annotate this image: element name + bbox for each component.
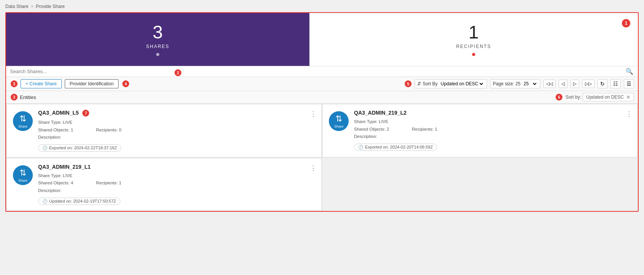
shares-dot xyxy=(156,53,159,56)
sort-icon: ⇵ xyxy=(417,81,421,86)
card-body-2: QA3_ADMIN_219_L2 Share Type: LIVE Shared… xyxy=(354,110,631,152)
card-badge-1: 7 xyxy=(82,110,89,117)
sub-toolbar: 3 Entities 6 Sort by: Updated on DESC ✕ xyxy=(6,91,638,104)
main-container: 3 SHARES 1 1 RECIPIENTS 🔍 2 3 + Create S… xyxy=(5,12,639,212)
share-type-1: Share Type: LIVE xyxy=(38,119,315,126)
stats-bar: 3 SHARES 1 1 RECIPIENTS xyxy=(6,13,638,66)
search-icon[interactable]: 🔍 xyxy=(626,68,633,75)
shares-label: SHARES xyxy=(146,44,169,49)
search-input[interactable] xyxy=(10,69,634,74)
description-1: Description: xyxy=(38,134,315,141)
table-view-button[interactable]: ☰ xyxy=(624,79,634,88)
sort-tag-pill: Updated on DESC ✕ xyxy=(583,93,634,101)
avatar-label-3: Share xyxy=(18,179,27,182)
timestamp-text-3: Updated on: 2024-02-19T17:50:57Z xyxy=(49,199,116,203)
description-3: Description: xyxy=(38,187,315,195)
recipients-label: RECIPIENTS xyxy=(456,44,491,49)
share-icon-2: ⇅ xyxy=(335,114,342,124)
card-meta-1: Share Type: LIVE Shared Objects: 1 Recip… xyxy=(38,119,315,141)
timestamp-text-2: Exported on: 2024-02-20T14:06:59Z xyxy=(365,145,433,149)
card-title-3: QA3_ADMIN_219_L1 xyxy=(38,164,315,170)
card-meta-row-2: Shared Objects: 2 Recipients: 1 xyxy=(354,126,631,133)
search-badge: 2 xyxy=(175,69,181,76)
card-title-2: QA3_ADMIN_219_L2 xyxy=(354,110,631,116)
card-more-menu-2[interactable]: ⋮ xyxy=(626,110,633,118)
card-avatar-3: ⇅ Share xyxy=(13,165,33,185)
card-timestamp-3: 🕐 Updated on: 2024-02-19T17:50:57Z xyxy=(38,198,120,205)
card-meta-3: Share Type: LIVE Shared Objects: 4 Recip… xyxy=(38,172,315,195)
recipients-panel: 1 1 RECIPIENTS xyxy=(309,13,638,66)
badge-5: 5 xyxy=(405,80,412,87)
shared-objects-3: Shared Objects: 4 xyxy=(38,179,73,187)
sort-by-label: Sort by: xyxy=(566,94,581,100)
shared-objects-2: Shared Objects: 2 xyxy=(354,126,389,133)
card-timestamp-1: 🕐 Exported on: 2024-02-22T18:37:16Z xyxy=(38,144,121,152)
share-icon-3: ⇅ xyxy=(19,168,26,178)
card-body-3: QA3_ADMIN_219_L1 Share Type: LIVE Shared… xyxy=(38,164,315,205)
shares-panel: 3 SHARES xyxy=(6,13,309,66)
shares-count: 3 xyxy=(153,23,163,42)
avatar-label-1: Share xyxy=(18,125,27,128)
provider-identification-button[interactable]: Provider Identification xyxy=(65,79,119,88)
card-avatar-1: ⇅ Share xyxy=(13,111,33,131)
card-meta-2: Share Type: LIVE Shared Objects: 2 Recip… xyxy=(354,118,631,141)
share-card-3: ⇅ Share QA3_ADMIN_219_L1 Share Type: LIV… xyxy=(6,158,322,211)
description-2: Description: xyxy=(354,133,631,141)
badge-6: 6 xyxy=(556,94,562,101)
recipients-dot xyxy=(472,53,475,56)
last-page-button[interactable]: ▷▷ xyxy=(582,80,594,88)
card-timestamp-2: 🕐 Exported on: 2024-02-20T14:06:59Z xyxy=(354,144,437,151)
timestamp-text-1: Exported on: 2024-02-22T18:37:16Z xyxy=(49,145,117,150)
sort-select[interactable]: Updated on DESC Updated on ASC Name ASC … xyxy=(439,81,484,87)
badge-4: 4 xyxy=(122,80,129,87)
share-type-3: Share Type: LIVE xyxy=(38,172,315,180)
card-meta-row-1: Shared Objects: 1 Recipients: 0 xyxy=(38,126,315,134)
next-page-button[interactable]: ▷ xyxy=(570,80,579,88)
card-avatar-2: ⇅ Share xyxy=(329,111,349,131)
card-title-1: QA3_ADMIN_L5 7 xyxy=(38,110,315,117)
card-more-menu-3[interactable]: ⋮ xyxy=(310,164,317,172)
entities-title: Entities xyxy=(20,94,36,100)
share-icon-1: ⇅ xyxy=(19,114,26,124)
cards-grid: ⇅ Share QA3_ADMIN_L5 7 Share Type: LIVE … xyxy=(6,104,638,211)
sort-label: Sort By xyxy=(423,81,437,86)
shared-objects-1: Shared Objects: 1 xyxy=(38,126,73,134)
search-row: 🔍 2 xyxy=(6,66,638,77)
card-view-button[interactable]: ☷ xyxy=(610,79,621,88)
badge-3: 3 xyxy=(11,80,18,87)
breadcrumb-separator: > xyxy=(31,4,34,9)
first-page-button[interactable]: ◁◁ xyxy=(543,80,556,88)
create-share-button[interactable]: + Create Share xyxy=(21,79,62,88)
recipients-3: Recipients: 1 xyxy=(96,179,121,187)
card-body-1: QA3_ADMIN_L5 7 Share Type: LIVE Shared O… xyxy=(38,110,315,152)
empty-card-slot xyxy=(322,158,638,211)
card-meta-row-3: Shared Objects: 4 Recipients: 1 xyxy=(38,179,315,187)
breadcrumb-current: Provide Share xyxy=(36,4,65,9)
clock-icon-3: 🕐 xyxy=(42,199,48,204)
sort-by-control: ⇵ Sort By Updated on DESC Updated on ASC… xyxy=(415,79,487,88)
page-size-control: Page size: 25 25 50 100 xyxy=(490,79,540,88)
recipients-1: Recipients: 0 xyxy=(96,126,121,134)
recipients-2: Recipients: 1 xyxy=(412,126,437,133)
recipients-badge: 1 xyxy=(622,19,630,27)
refresh-button[interactable]: ↻ xyxy=(598,79,607,88)
page-size-select[interactable]: 25 50 100 xyxy=(522,81,538,87)
breadcrumb-parent[interactable]: Data Share xyxy=(5,4,29,9)
sort-tag: Sort by: Updated on DESC ✕ xyxy=(566,93,634,101)
share-card-2: ⇅ Share QA3_ADMIN_219_L2 Share Type: LIV… xyxy=(322,104,638,157)
toolbar-row: 3 + Create Share Provider Identification… xyxy=(6,77,638,91)
clock-icon-2: 🕐 xyxy=(358,145,364,150)
share-card-1: ⇅ Share QA3_ADMIN_L5 7 Share Type: LIVE … xyxy=(6,104,322,157)
prev-page-button[interactable]: ◁ xyxy=(559,80,567,88)
recipients-count: 1 xyxy=(469,23,479,42)
share-type-2: Share Type: LIVE xyxy=(354,118,631,126)
avatar-label-2: Share xyxy=(334,125,343,128)
card-more-menu-1[interactable]: ⋮ xyxy=(310,110,317,118)
sort-tag-close-button[interactable]: ✕ xyxy=(626,94,631,100)
badge-3-sub: 3 xyxy=(11,94,18,101)
page-size-label: Page size: 25 xyxy=(493,81,521,86)
breadcrumb: Data Share > Provide Share xyxy=(5,4,639,9)
sort-tag-value: Updated on DESC xyxy=(586,94,624,100)
clock-icon-1: 🕐 xyxy=(42,145,48,150)
